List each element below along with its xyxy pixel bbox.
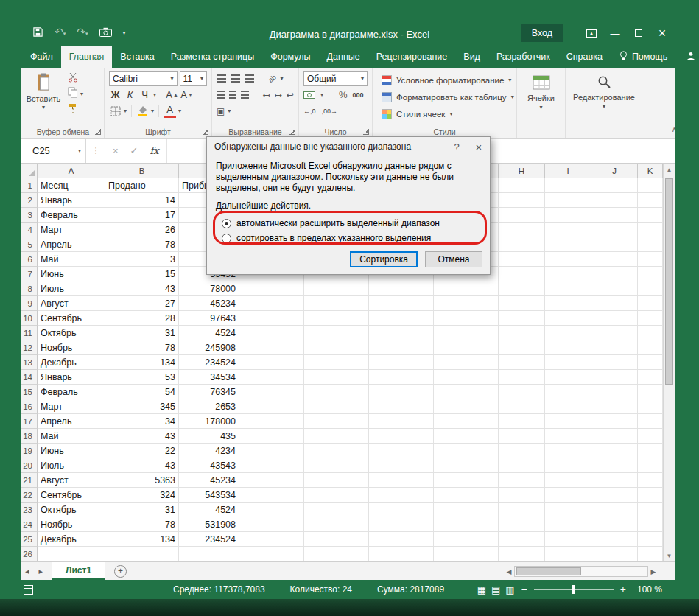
tab-developer[interactable]: Разработчик: [488, 46, 558, 68]
column-header-A[interactable]: A: [38, 164, 105, 178]
cell-C9[interactable]: 45234: [179, 296, 239, 311]
cell-A4[interactable]: Март: [38, 223, 105, 237]
number-dialog-launcher-icon[interactable]: [363, 129, 369, 135]
column-header-I[interactable]: I: [545, 164, 591, 178]
font-name-combo[interactable]: Calibri▾: [109, 71, 178, 86]
align-bottom-icon[interactable]: [245, 74, 254, 83]
cell-F23[interactable]: [369, 503, 434, 517]
cell-B5[interactable]: 78: [105, 237, 179, 252]
vertical-scrollbar[interactable]: ▲ ▼: [663, 164, 675, 561]
cell-F8[interactable]: [369, 281, 434, 296]
number-format-combo[interactable]: Общий▾: [303, 71, 368, 86]
cell-I12[interactable]: [545, 340, 591, 355]
cell-C16[interactable]: 2653: [179, 399, 239, 414]
cell-K20[interactable]: [638, 458, 663, 473]
cell-J10[interactable]: [591, 311, 638, 326]
cell-C25[interactable]: 234524: [179, 532, 239, 547]
cell-A16[interactable]: Март: [38, 399, 105, 414]
cell-G19[interactable]: [434, 444, 499, 458]
cell-J18[interactable]: [591, 429, 638, 444]
cell-D18[interactable]: [239, 429, 304, 444]
cell-D26[interactable]: [239, 547, 304, 561]
align-left-icon[interactable]: [217, 91, 225, 99]
cell-J7[interactable]: [591, 267, 638, 281]
cell-D10[interactable]: [239, 311, 304, 326]
add-sheet-button[interactable]: +: [114, 565, 127, 578]
font-color-button[interactable]: А: [164, 105, 176, 118]
column-header-B[interactable]: B: [105, 164, 179, 178]
cell-H10[interactable]: [499, 311, 545, 326]
cell-J9[interactable]: [591, 296, 638, 311]
cell-E25[interactable]: [304, 532, 369, 547]
cell-B22[interactable]: 324: [105, 488, 179, 503]
increase-indent-icon[interactable]: ↦: [275, 91, 282, 99]
cell-B13[interactable]: 134: [105, 355, 179, 370]
cell-J23[interactable]: [591, 503, 638, 517]
cell-J14[interactable]: [591, 370, 638, 385]
cell-F17[interactable]: [369, 414, 434, 429]
cell-I24[interactable]: [545, 517, 591, 532]
cell-A1[interactable]: Месяц: [38, 178, 105, 193]
cell-K22[interactable]: [638, 488, 663, 503]
sort-button[interactable]: Сортировка: [350, 251, 418, 267]
cell-J19[interactable]: [591, 444, 638, 458]
cell-C18[interactable]: 435: [179, 429, 239, 444]
cell-D24[interactable]: [239, 517, 304, 532]
cell-A14[interactable]: Январь: [38, 370, 105, 385]
cell-J4[interactable]: [591, 223, 638, 237]
cell-K13[interactable]: [638, 355, 663, 370]
cell-A12[interactable]: Ноябрь: [38, 340, 105, 355]
cell-G17[interactable]: [434, 414, 499, 429]
cell-E26[interactable]: [304, 547, 369, 561]
cell-F19[interactable]: [369, 444, 434, 458]
cell-J12[interactable]: [591, 340, 638, 355]
close-button[interactable]: ×: [650, 24, 674, 43]
cell-D15[interactable]: [239, 385, 304, 399]
cell-K4[interactable]: [638, 223, 663, 237]
cell-H18[interactable]: [499, 429, 545, 444]
cell-A24[interactable]: Ноябрь: [38, 517, 105, 532]
cell-H7[interactable]: [499, 267, 545, 281]
cell-I3[interactable]: [545, 208, 591, 223]
cell-J1[interactable]: [591, 178, 638, 193]
cell-H4[interactable]: [499, 223, 545, 237]
format-as-table-button[interactable]: Форматировать как таблицу▾: [376, 88, 513, 105]
cell-D17[interactable]: [239, 414, 304, 429]
cell-A2[interactable]: Январь: [38, 193, 105, 208]
tab-page-layout[interactable]: Разметка страницы: [163, 46, 262, 68]
decrease-decimal-button[interactable]: ,00→: [322, 108, 338, 115]
cell-A3[interactable]: Февраль: [38, 208, 105, 223]
cell-K5[interactable]: [638, 237, 663, 252]
dialog-option-1[interactable]: автоматически расширить выделенный диапа…: [222, 216, 481, 231]
view-page-layout-icon[interactable]: ▤: [491, 584, 500, 595]
cell-F18[interactable]: [369, 429, 434, 444]
cell-H26[interactable]: [499, 547, 545, 561]
hscroll-thumb[interactable]: [516, 567, 581, 575]
wrap-text-icon[interactable]: ↩: [287, 91, 294, 99]
column-header-J[interactable]: J: [591, 164, 638, 178]
cell-G16[interactable]: [434, 399, 499, 414]
cell-H5[interactable]: [499, 237, 545, 252]
comma-style-button[interactable]: 000: [353, 91, 364, 99]
cell-H11[interactable]: [499, 326, 545, 340]
cell-B24[interactable]: 78: [105, 517, 179, 532]
cell-A26[interactable]: [38, 547, 105, 561]
decrease-indent-icon[interactable]: ↤: [263, 91, 270, 99]
cell-E21[interactable]: [304, 473, 369, 488]
ribbon-display-options-icon[interactable]: ▴: [580, 24, 603, 43]
cell-E17[interactable]: [304, 414, 369, 429]
cell-A25[interactable]: Декабрь: [38, 532, 105, 547]
align-top-icon[interactable]: [217, 74, 226, 83]
cell-K7[interactable]: [638, 267, 663, 281]
cell-H19[interactable]: [499, 444, 545, 458]
cell-I5[interactable]: [545, 237, 591, 252]
tab-review[interactable]: Рецензирование: [368, 46, 456, 68]
cell-A15[interactable]: Февраль: [38, 385, 105, 399]
cell-H12[interactable]: [499, 340, 545, 355]
cell-H25[interactable]: [499, 532, 545, 547]
cell-H17[interactable]: [499, 414, 545, 429]
cell-J15[interactable]: [591, 385, 638, 399]
tab-file[interactable]: Файл: [22, 46, 61, 68]
cell-A5[interactable]: Апрель: [38, 237, 105, 252]
cell-H24[interactable]: [499, 517, 545, 532]
